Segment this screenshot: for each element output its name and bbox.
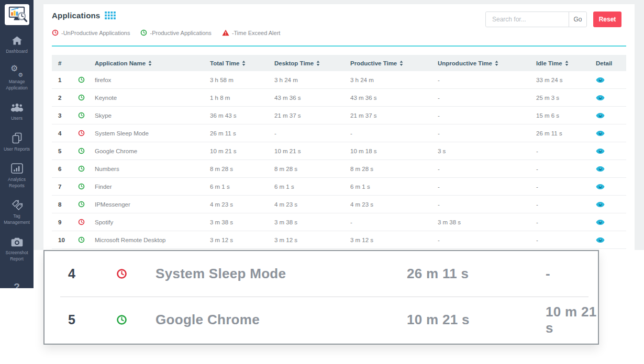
magnifier-rows: 4 System Sleep Mode 26 m 11 s - 5 Google… [45, 251, 598, 343]
column-header-idle-time[interactable]: Idle Time [536, 60, 592, 66]
row-number: 3 [52, 112, 74, 119]
desktop-time: 43 m 36 s [274, 95, 350, 101]
sidebar: Dashboard ⚙⚙ Manage Application Users [0, 0, 34, 288]
detail-eye-icon[interactable] [592, 130, 627, 136]
help-button[interactable]: ? [0, 281, 34, 288]
alert-triangle-icon [222, 29, 229, 36]
desktop-time: 8 m 28 s [274, 166, 350, 172]
row-number: 4 [52, 130, 74, 136]
detail-eye-icon[interactable] [592, 166, 627, 172]
idle-time: - [536, 219, 592, 225]
sort-icon[interactable] [242, 61, 246, 66]
cyan-divider [52, 46, 626, 47]
sort-icon[interactable] [399, 61, 403, 66]
users-icon [10, 101, 24, 113]
detail-eye-icon[interactable] [592, 184, 627, 190]
idle-time: 33 m 24 s [536, 77, 592, 83]
bar-chart-icon [11, 163, 23, 174]
status-clock-icon [74, 183, 95, 190]
productive-time: 43 m 36 s [350, 95, 438, 101]
total-time: 26 m 11 s [210, 130, 274, 136]
column-header-desktop-time[interactable]: Desktop Time [274, 60, 350, 66]
sidebar-item-dashboard[interactable]: Dashboard [0, 35, 34, 54]
status-clock-icon [74, 147, 95, 154]
table-body: 1 firefox 3 h 58 m 3 h 24 m 3 h 24 m - 3… [52, 71, 626, 249]
clock-green-icon [140, 29, 147, 36]
app-logo[interactable] [5, 4, 29, 25]
unproductive-time: - [438, 95, 536, 101]
row-number: 5 [52, 148, 74, 154]
idle-time: - [536, 148, 592, 154]
desktop-time: 3 m 38 s [274, 219, 350, 225]
search-group: Go [485, 12, 587, 27]
desktop-time: - [546, 266, 598, 282]
application-name: firefox [95, 77, 210, 83]
sort-icon[interactable] [148, 61, 152, 66]
reset-button[interactable]: Reset [593, 12, 621, 27]
table-row: 8 IPMessenger 4 m 23 s 4 m 23 s 4 m 23 s… [52, 196, 626, 213]
column-header-unproductive-time[interactable]: Unproductive Time [438, 60, 536, 66]
detail-eye-icon[interactable] [592, 237, 627, 243]
sidebar-item-manage-application[interactable]: ⚙⚙ Manage Application [0, 65, 34, 91]
table-row: 10 Microsoft Remote Desktop 3 m 12 s 3 m… [52, 231, 626, 249]
idle-time: 26 m 11 s [536, 130, 592, 136]
detail-eye-icon[interactable] [592, 95, 627, 101]
unproductive-time: - [438, 112, 536, 119]
sort-icon[interactable] [316, 61, 320, 66]
table-row: 2 Keynote 1 h 8 m 43 m 36 s 43 m 36 s - … [52, 89, 626, 107]
sort-icon[interactable] [565, 61, 569, 66]
productive-time: 8 m 28 s [350, 166, 438, 172]
detail-eye-icon[interactable] [592, 219, 627, 225]
idle-time: - [536, 201, 592, 208]
sidebar-item-label: Dashboard [4, 49, 29, 54]
unproductive-time: - [438, 237, 536, 243]
sidebar-item-label: Screenshot Report [0, 250, 34, 262]
application-name: IPMessenger [95, 201, 210, 208]
detail-eye-icon[interactable] [592, 148, 627, 154]
total-time: 3 h 58 m [210, 77, 274, 83]
productive-time: 3 m 12 s [350, 237, 438, 243]
sidebar-item-label: Tag Management [0, 213, 34, 225]
search-input[interactable] [486, 12, 569, 27]
idle-time: 25 m 3 s [536, 95, 592, 101]
sidebar-item-screenshot-report[interactable]: Screenshot Report [0, 236, 34, 262]
detail-eye-icon[interactable] [592, 77, 627, 83]
status-clock-icon [116, 268, 156, 279]
total-time: 3 m 38 s [210, 219, 274, 225]
sort-icon[interactable] [495, 61, 498, 66]
applications-panel: Applications Go Reset -UnProductive Appl… [43, 4, 635, 250]
application-name: Google Chrome [156, 312, 407, 328]
status-clock-icon [74, 94, 95, 101]
desktop-time: 21 m 37 s [274, 112, 350, 119]
table-row: 7 Finder 6 m 1 s 6 m 1 s 6 m 1 s - - [52, 178, 626, 196]
desktop-time: 6 m 1 s [274, 184, 350, 190]
column-header-application-name[interactable]: Application Name [95, 60, 210, 66]
total-time: 6 m 1 s [210, 184, 274, 190]
sidebar-item-user-reports[interactable]: User Reports [0, 132, 34, 152]
pages-icon [12, 132, 22, 144]
status-clock-icon [74, 130, 95, 136]
sidebar-item-users[interactable]: Users [0, 101, 34, 121]
row-number: 9 [52, 219, 74, 225]
total-time: 1 h 8 m [210, 95, 274, 101]
legend-label: -UnProductive Applications [61, 30, 130, 36]
detail-eye-icon[interactable] [592, 112, 627, 119]
total-time: 10 m 21 s [407, 312, 546, 328]
sidebar-item-tag-management[interactable]: Tag Management [0, 199, 34, 225]
productive-time: 10 m 18 s [350, 148, 438, 154]
monitor-chart-logo-icon [5, 5, 28, 24]
status-clock-icon [74, 112, 95, 119]
sidebar-item-analytics-reports[interactable]: Analytics Reports [0, 163, 34, 189]
column-header-total-time[interactable]: Total Time [210, 60, 274, 66]
idle-time: - [536, 237, 592, 243]
application-name: System Sleep Mode [156, 266, 407, 282]
productive-time: 3 h 24 m [350, 77, 438, 83]
status-clock-icon [74, 201, 95, 208]
productive-time: 6 m 1 s [350, 184, 438, 190]
detail-eye-icon[interactable] [592, 201, 627, 208]
row-number: 4 [68, 266, 116, 281]
desktop-time: 10 m 21 s [274, 148, 350, 154]
total-time: 3 m 12 s [210, 237, 274, 243]
go-button[interactable]: Go [569, 12, 586, 27]
column-header-productive-time[interactable]: Productive Time [350, 60, 438, 66]
